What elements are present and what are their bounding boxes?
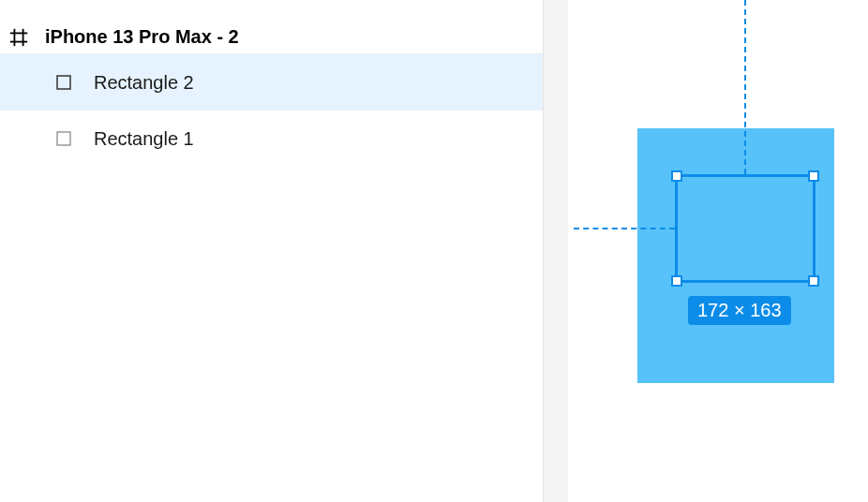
selected-shape[interactable]: [675, 174, 816, 283]
resize-handle-top-left[interactable]: [671, 170, 682, 182]
svg-rect-5: [57, 132, 70, 145]
layer-label: Rectangle 1: [94, 128, 194, 150]
layers-panel: iPhone 13 Pro Max - 2 Rectangle 2 Rectan…: [0, 0, 544, 502]
layer-row[interactable]: Rectangle 2: [0, 54, 543, 111]
resize-handle-bottom-right[interactable]: [808, 275, 819, 287]
rectangle-icon: [54, 129, 73, 148]
frame-label: iPhone 13 Pro Max - 2: [45, 26, 239, 48]
frame-row[interactable]: iPhone 13 Pro Max - 2: [0, 21, 543, 54]
rectangle-icon: [54, 73, 73, 92]
frame-icon: [7, 26, 30, 49]
resize-handle-top-right[interactable]: [808, 170, 819, 182]
svg-rect-4: [57, 76, 70, 89]
layer-label: Rectangle 2: [94, 72, 194, 94]
selection-size-badge: 172 × 163: [688, 296, 791, 325]
alignment-guide-horizontal: [574, 228, 675, 229]
layer-row[interactable]: Rectangle 1: [0, 111, 543, 167]
artboard[interactable]: 172 × 163: [568, 0, 868, 502]
canvas[interactable]: 172 × 163: [544, 0, 868, 502]
resize-handle-bottom-left[interactable]: [671, 275, 682, 287]
alignment-guide-vertical: [744, 0, 746, 174]
